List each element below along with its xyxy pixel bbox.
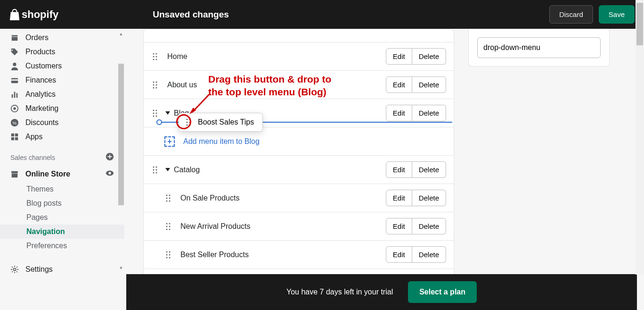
- scroll-down-icon[interactable]: ▼: [118, 265, 124, 271]
- drag-handle-icon[interactable]: [164, 223, 172, 230]
- svg-point-38: [153, 169, 155, 170]
- sub-item-pages[interactable]: Pages: [0, 210, 124, 225]
- svg-point-49: [169, 223, 171, 224]
- sidebar-item-marketing[interactable]: Marketing: [0, 101, 124, 116]
- sidebar-item-label: Settings: [25, 265, 53, 274]
- scrollbar-thumb[interactable]: [636, 3, 643, 45]
- svg-point-22: [153, 59, 155, 60]
- menu-items-panel: Home Edit Delete About us Edit Delete Bl…: [143, 29, 454, 303]
- sidebar-item-label: Analytics: [25, 90, 56, 99]
- svg-point-64: [187, 125, 188, 126]
- annotation-text: Drag this button & drop to the top level…: [208, 73, 331, 99]
- svg-rect-12: [11, 137, 14, 140]
- add-menu-item-label: Add menu item to Blog: [183, 137, 260, 146]
- caret-down-icon[interactable]: [165, 168, 170, 171]
- edit-button[interactable]: Edit: [386, 190, 412, 206]
- svg-point-45: [169, 197, 171, 199]
- edit-button[interactable]: Edit: [386, 161, 412, 178]
- svg-point-35: [156, 115, 157, 117]
- svg-point-43: [169, 194, 171, 196]
- store-icon: [10, 170, 19, 178]
- svg-point-50: [166, 226, 168, 227]
- edit-button[interactable]: Edit: [386, 218, 412, 235]
- sidebar-item-online-store[interactable]: Online Store: [0, 166, 124, 182]
- sub-item-preferences[interactable]: Preferences: [0, 239, 124, 253]
- svg-point-44: [166, 197, 168, 199]
- drag-handle-icon[interactable]: [151, 166, 159, 174]
- svg-point-18: [153, 53, 155, 54]
- sidebar-item-analytics[interactable]: Analytics: [0, 87, 124, 101]
- sidebar-scrollbar[interactable]: ▲ ▼: [118, 31, 124, 271]
- menu-item-label: Catalog: [174, 166, 200, 174]
- sub-item-blog-posts[interactable]: Blog posts: [0, 196, 124, 210]
- edit-button[interactable]: Edit: [386, 48, 412, 65]
- sidebar-item-apps[interactable]: Apps: [0, 130, 124, 144]
- add-channel-icon[interactable]: [106, 152, 114, 162]
- sidebar-item-finances[interactable]: Finances: [0, 73, 124, 87]
- delete-button[interactable]: Delete: [412, 218, 446, 235]
- svg-rect-11: [15, 134, 18, 136]
- edit-button[interactable]: Edit: [386, 105, 412, 121]
- delete-button[interactable]: Delete: [412, 161, 446, 178]
- drag-handle-icon[interactable]: [151, 109, 159, 117]
- select-plan-button[interactable]: Select a plan: [408, 281, 477, 303]
- save-button[interactable]: Save: [599, 5, 635, 24]
- drag-handle-icon[interactable]: [164, 194, 172, 202]
- sidebar: Orders Products Customers Finances Analy…: [0, 29, 124, 303]
- scroll-up-icon[interactable]: ▲: [118, 31, 124, 37]
- sidebar-item-label: Online Store: [25, 170, 70, 178]
- menu-handle-input[interactable]: [477, 37, 601, 58]
- unsaved-changes-label: Unsaved changes: [153, 9, 229, 20]
- menu-row-new-arrival: New Arrival Products Edit Delete: [144, 212, 454, 241]
- sidebar-item-products[interactable]: Products: [0, 45, 124, 59]
- svg-rect-3: [12, 94, 13, 98]
- svg-point-37: [156, 166, 157, 168]
- sidebar-item-label: Orders: [25, 34, 49, 42]
- menu-item-label: New Arrival Products: [180, 222, 251, 231]
- sub-item-themes[interactable]: Themes: [0, 182, 124, 196]
- svg-point-42: [166, 194, 168, 196]
- svg-point-48: [166, 223, 168, 224]
- gear-icon: [10, 265, 19, 274]
- delete-button[interactable]: Delete: [412, 48, 446, 65]
- svg-point-52: [166, 228, 168, 230]
- sidebar-item-label: Discounts: [25, 118, 58, 127]
- svg-point-40: [153, 172, 155, 173]
- scrollbar-thumb[interactable]: [118, 64, 124, 205]
- svg-point-62: [187, 122, 188, 123]
- sidebar-item-label: Marketing: [25, 104, 58, 113]
- svg-point-39: [156, 169, 157, 170]
- svg-point-60: [187, 119, 188, 120]
- eye-icon[interactable]: [106, 169, 114, 179]
- svg-point-56: [166, 254, 168, 255]
- add-menu-item-row[interactable]: + Add menu item to Blog: [144, 127, 454, 156]
- svg-point-25: [156, 81, 157, 83]
- discount-icon: %: [10, 118, 19, 127]
- delete-button[interactable]: Delete: [412, 190, 446, 206]
- caret-down-icon[interactable]: [165, 111, 170, 115]
- edit-button[interactable]: Edit: [386, 76, 412, 93]
- delete-button[interactable]: Delete: [412, 76, 446, 93]
- shopify-logo: shopify: [9, 8, 58, 21]
- drag-handle-icon[interactable]: [185, 118, 192, 126]
- dragging-menu-item[interactable]: Boost Sales Tips: [179, 113, 263, 132]
- discard-button[interactable]: Discard: [549, 5, 593, 24]
- sub-item-navigation[interactable]: Navigation: [0, 225, 124, 239]
- delete-button[interactable]: Delete: [412, 246, 446, 263]
- sidebar-item-label: Apps: [25, 133, 42, 141]
- svg-rect-2: [11, 79, 18, 81]
- menu-row-catalog: Catalog Edit Delete: [144, 156, 454, 184]
- sidebar-item-customers[interactable]: Customers: [0, 59, 124, 73]
- edit-button[interactable]: Edit: [386, 246, 412, 263]
- sidebar-item-discounts[interactable]: % Discounts: [0, 116, 124, 130]
- drag-handle-icon[interactable]: [164, 251, 172, 259]
- svg-point-23: [156, 59, 157, 60]
- delete-button[interactable]: Delete: [412, 105, 446, 121]
- drag-handle-icon[interactable]: [151, 53, 159, 60]
- svg-point-26: [153, 84, 155, 85]
- sidebar-item-settings[interactable]: Settings: [0, 262, 124, 276]
- page-scrollbar[interactable]: [636, 0, 644, 275]
- drag-handle-icon[interactable]: [151, 81, 159, 89]
- sidebar-item-orders[interactable]: Orders: [0, 31, 124, 45]
- trial-bar: You have 7 days left in your trial Selec…: [126, 274, 637, 310]
